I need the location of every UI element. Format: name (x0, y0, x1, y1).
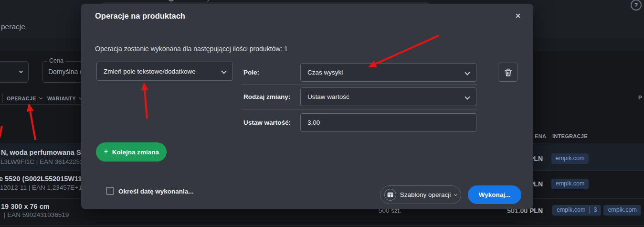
column-header-integracje: INTEGRACJE (552, 133, 588, 139)
table-grid-icon (384, 189, 396, 201)
product-code: L3LW9FI1C | EAN 36142253 (0, 158, 84, 165)
chevron-down-icon (39, 96, 42, 99)
integration-badge-group[interactable]: empik.com 3 (552, 205, 601, 216)
badge-divider (589, 206, 590, 213)
modal-subtitle: Operacja zostanie wykonana dla następują… (95, 45, 288, 53)
chevron-down-icon (19, 69, 23, 73)
product-code: | EAN 5902431036519 (4, 211, 69, 218)
column-header-partial: P (638, 95, 642, 100)
chevron-down-icon (465, 70, 470, 75)
operation-templates-button[interactable]: Szablony operacji (380, 185, 461, 204)
column-header-cena: ENA (535, 133, 546, 139)
filter-select-partial[interactable] (0, 61, 29, 83)
help-icon[interactable]: ? (631, 0, 642, 11)
trash-icon (505, 68, 512, 76)
cena-filter-label: Cena (47, 57, 66, 64)
header-divider (2, 94, 3, 103)
form-divider (241, 109, 477, 110)
integration-badge[interactable]: empik.com (603, 205, 641, 216)
product-name: e 5520 (S002L552015W11PL) (0, 175, 93, 183)
integration-badges: empik.com (551, 179, 589, 189)
schedule-date-checkbox[interactable] (106, 187, 114, 195)
pole-select[interactable]: Czas wysyki (300, 63, 476, 82)
modal-title: Operacje na produktach (95, 11, 185, 21)
form-divider (241, 84, 477, 85)
header-border (0, 104, 81, 105)
cena-filter-select[interactable]: Cena Domyślna (PLN) (42, 61, 86, 83)
integration-badges: empik.com (551, 153, 589, 164)
rodzaj-zmiany-select[interactable]: Ustaw wartość (300, 87, 476, 106)
integration-badge[interactable]: empik.com (551, 179, 589, 189)
app-canvas: Szukaj ? peracje Cena Domyślna (PLN) OPE… (0, 0, 644, 227)
chevron-down-icon (465, 94, 470, 99)
schedule-date-label: Określ datę wykonania... (118, 188, 194, 195)
execute-button[interactable]: Wykonaj... (468, 185, 521, 204)
table-menu-operacje[interactable]: OPERACJE (7, 96, 42, 101)
table-menu-warianty[interactable]: WARIANTY (47, 96, 82, 101)
search-placeholder: Szukaj (190, 0, 209, 1)
integration-badges: empik.com 3 empik.com (552, 205, 641, 216)
page-title: peracje (1, 22, 25, 31)
add-change-button[interactable]: + Kolejna zmiana (96, 142, 167, 162)
product-name: N, woda perfumowana S, 10 (1, 149, 93, 156)
product-name: 19 300 x 76 cm (1, 203, 50, 210)
field-label-pole: Pole: (243, 69, 259, 76)
product-code: 12012-11 | EAN 1,23457E+1 (0, 184, 82, 191)
delete-operation-button[interactable] (498, 63, 518, 82)
chevron-down-icon (454, 192, 457, 195)
field-label-rodzaj: Rodzaj zmiany: (243, 93, 290, 100)
close-icon[interactable]: ✕ (515, 12, 521, 20)
operations-modal: Operacje na produktach ✕ Operacja zostan… (81, 4, 533, 209)
field-label-ustaw: Ustaw wartość: (243, 119, 291, 126)
plus-icon: + (104, 147, 108, 156)
value-input[interactable] (300, 113, 476, 132)
chevron-down-icon (221, 68, 226, 74)
integration-badge[interactable]: empik.com (551, 153, 589, 164)
row-separator (0, 225, 644, 226)
operation-type-select[interactable]: Zmień pole tekstowe/dodatkowe (96, 62, 233, 81)
